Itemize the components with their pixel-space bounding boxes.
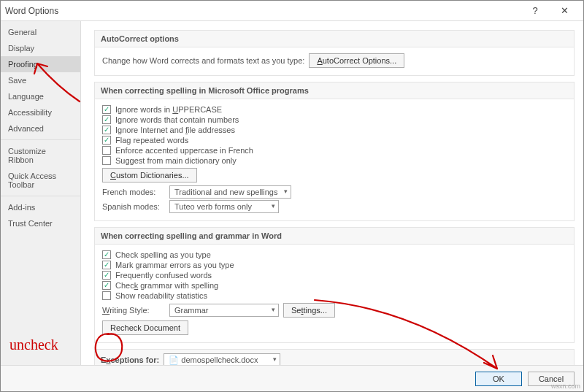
settings-button[interactable]: Settings... (283, 303, 335, 318)
lbl-spell-as-type: Check spelling as you type (115, 250, 211, 259)
sidebar-item-advanced[interactable]: Advanced (1, 120, 80, 137)
word-options-dialog: Word Options ? ✕ General Display Proofin… (0, 0, 584, 392)
category-sidebar: General Display Proofing Save Language A… (1, 21, 81, 365)
sidebar-item-customize-ribbon[interactable]: Customize Ribbon (1, 143, 80, 168)
chk-ignore-uppercase[interactable] (102, 105, 111, 114)
chk-grammar-as-type[interactable] (102, 261, 111, 269)
window-title: Word Options (5, 6, 520, 16)
office-spelling-section: When correcting spelling in Microsoft Of… (94, 82, 575, 221)
lbl-ignore-uppercase: Ignore words in UPPERCASE (115, 105, 222, 114)
chk-ignore-numbers[interactable] (102, 115, 111, 124)
lbl-main-dict-only: Suggest from main dictionary only (115, 156, 237, 165)
sidebar-item-addins[interactable]: Add-ins (1, 199, 80, 215)
chk-grammar-with-spelling[interactable] (102, 281, 111, 290)
sidebar-item-proofing[interactable]: Proofing (1, 56, 80, 72)
exceptions-section: Exceptions for: 📄 demospellcheck.docx Hi… (94, 349, 575, 365)
dialog-footer: OK Cancel (1, 365, 583, 391)
titlebar: Word Options ? ✕ (1, 1, 583, 21)
lbl-flag-repeated: Flag repeated words (115, 136, 188, 145)
chk-readability[interactable] (102, 291, 111, 300)
autocorrect-heading: AutoCorrect options (95, 31, 574, 47)
sidebar-item-save[interactable]: Save (1, 72, 80, 88)
autocorrect-text: Change how Word corrects and formats tex… (102, 56, 304, 65)
autocorrect-options-button[interactable]: AAutoCorrect Options...utoCorrect Option… (309, 53, 404, 68)
chk-main-dict-only[interactable] (102, 156, 111, 165)
sidebar-item-general[interactable]: General (1, 24, 80, 40)
recheck-document-button[interactable]: Recheck Document (102, 320, 188, 335)
lbl-ignore-internet: Ignore Internet and file addresses (115, 126, 235, 134)
sidebar-item-trust-center[interactable]: Trust Center (1, 215, 80, 231)
chk-confused-words[interactable] (102, 271, 111, 280)
spanish-modes-select[interactable]: Tuteo verb forms only (169, 200, 279, 213)
chk-french-accented[interactable] (102, 146, 111, 155)
lbl-grammar-with-spelling: Check grammar with spelling (115, 281, 218, 290)
lbl-confused-words: Frequently confused words (115, 271, 212, 280)
autocorrect-section: AutoCorrect options Change how Word corr… (94, 30, 575, 76)
writing-style-select[interactable]: Grammar (169, 304, 279, 317)
sidebar-item-language[interactable]: Language (1, 88, 80, 104)
sidebar-item-accessibility[interactable]: Accessibility (1, 104, 80, 120)
lbl-grammar-as-type: Mark grammar errors as you type (115, 261, 234, 269)
chk-flag-repeated[interactable] (102, 136, 111, 145)
word-heading: When correcting spelling and grammar in … (95, 228, 574, 245)
proofing-panel: AutoCorrect options Change how Word corr… (81, 21, 583, 365)
ok-button[interactable]: OK (475, 372, 522, 386)
lbl-readability: Show readability statistics (115, 291, 207, 300)
word-spelling-section: When correcting spelling and grammar in … (94, 227, 575, 343)
sidebar-item-display[interactable]: Display (1, 40, 80, 56)
exceptions-document-select[interactable]: 📄 demospellcheck.docx (164, 353, 280, 365)
spanish-modes-label: Spanish modes: (102, 202, 165, 211)
custom-dictionaries-button[interactable]: Custom Dictionaries... (102, 168, 197, 182)
watermark: wsxn.com (551, 383, 580, 390)
chk-spell-as-type[interactable] (102, 250, 111, 259)
exceptions-heading: Exceptions for: 📄 demospellcheck.docx (95, 350, 574, 365)
lbl-french-accented: Enforce accented uppercase in French (115, 146, 253, 155)
french-modes-label: French modes: (102, 188, 165, 196)
office-heading: When correcting spelling in Microsoft Of… (95, 82, 574, 99)
french-modes-select[interactable]: Traditional and new spellings (169, 185, 291, 199)
close-button[interactable]: ✕ (550, 1, 579, 21)
writing-style-label: Writing Style: (102, 306, 165, 315)
chk-ignore-internet[interactable] (102, 126, 111, 134)
lbl-ignore-numbers: Ignore words that contain numbers (115, 115, 239, 124)
help-button[interactable]: ? (520, 1, 550, 21)
sidebar-item-qat[interactable]: Quick Access Toolbar (1, 168, 80, 193)
